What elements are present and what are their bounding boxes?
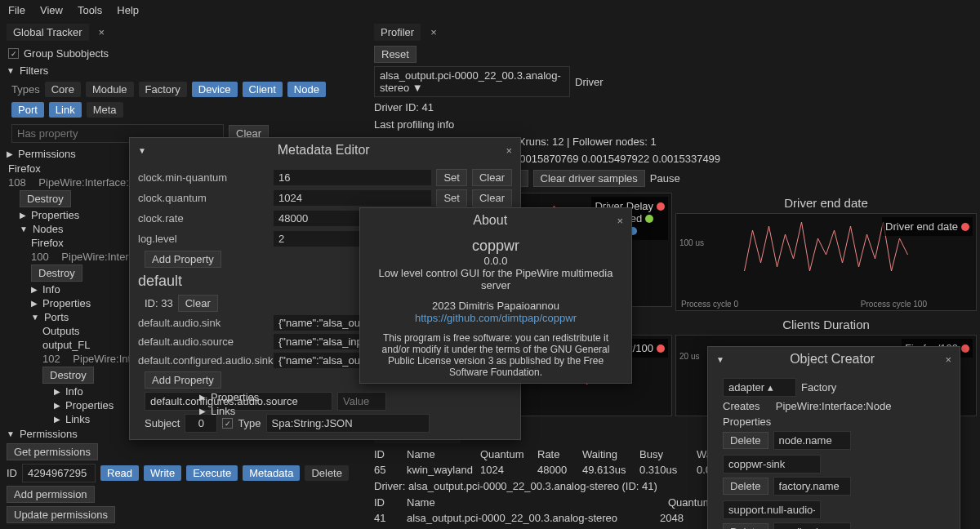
factory-label: Factory [801,381,836,393]
value-input[interactable] [337,392,386,411]
chevron-right-icon[interactable]: ▶ [31,285,38,294]
meta-key: default.audio.sink [138,317,269,329]
chevron-right-icon[interactable]: ▶ [199,407,206,416]
chevron-right-icon[interactable]: ▶ [199,393,206,402]
tree-links[interactable]: Links [65,413,90,425]
tree-output-fl[interactable]: output_FL [42,339,91,351]
perm-read[interactable]: Read [100,465,139,481]
add-property-button[interactable]: Add Property [145,371,221,389]
clear-button[interactable]: Clear [472,169,512,186]
chevron-down-icon[interactable]: ▼ [20,224,28,233]
meta-value[interactable]: 1024 [274,190,431,206]
menu-view[interactable]: View [40,4,63,16]
clear-driver-samples-button[interactable]: Clear driver samples [533,170,645,187]
app-copyright: 2023 Dimitris Papaioannou [368,300,623,312]
tree-properties[interactable]: Properties [31,209,79,221]
prop-value[interactable] [723,500,821,519]
tab-global-tracker[interactable]: Global Tracker [7,24,89,41]
driver-id: Driver ID: 41 [368,99,980,116]
tree-fragment: ▶Properties ▶Links [199,390,259,418]
filter-module[interactable]: Module [86,82,134,97]
perm-write[interactable]: Write [144,465,181,481]
tree-nodes[interactable]: Nodes [33,223,64,235]
add-property-button[interactable]: Add Property [145,251,221,268]
tree-properties[interactable]: Properties [42,297,91,309]
set-button[interactable]: Set [436,169,467,186]
clear-button[interactable]: Clear [178,295,218,312]
add-permission-button[interactable]: Add permission [7,486,95,503]
checkbox-group-subobjects[interactable]: ✓ [8,48,19,59]
filter-device[interactable]: Device [192,82,238,97]
chevron-right-icon[interactable]: ▶ [31,299,38,308]
close-icon[interactable]: × [430,26,437,38]
filter-metadata[interactable]: Meta [87,102,123,118]
perm-execute[interactable]: Execute [186,465,238,481]
app-description: Low level control GUI for the PipeWire m… [368,267,623,291]
reset-button[interactable]: Reset [374,46,416,63]
perm-delete[interactable]: Delete [305,465,349,481]
delete-button[interactable]: Delete [723,478,768,495]
prop-key[interactable] [773,431,851,450]
tree-info[interactable]: Info [65,385,83,398]
destroy-button[interactable]: Destroy [31,264,82,282]
type-input[interactable] [266,414,430,433]
menu-help[interactable]: Help [117,4,139,16]
pause-button[interactable]: Pause [650,172,680,184]
driver-label: Driver [575,76,604,88]
prop-key[interactable] [773,522,851,529]
filter-factory[interactable]: Factory [139,82,187,97]
chevron-right-icon[interactable]: ▶ [54,387,60,396]
close-icon[interactable]: × [945,353,951,366]
get-permissions-button[interactable]: Get permissions [7,443,98,460]
destroy-button[interactable]: Destroy [42,367,94,384]
chevron-down-icon[interactable]: ▼ [7,66,15,75]
default-id: ID: 33 [145,297,173,309]
filter-link[interactable]: Link [49,102,82,118]
github-link[interactable]: https://github.com/dimtpap/coppwr [415,312,577,324]
tree-links[interactable]: Links [211,405,235,417]
clear-button[interactable]: Clear [472,189,512,207]
creates-label: Creates [723,400,760,412]
factory-select[interactable]: adapter ▴ [723,378,796,397]
tree-properties[interactable]: Properties [211,391,259,403]
meta-value[interactable]: 16 [274,170,431,185]
perm-metadata[interactable]: Metadata [243,465,300,481]
delete-button[interactable]: Delete [723,523,768,529]
driver-select[interactable]: alsa_output.pci-0000_22_00.3.analog-ster… [374,66,570,97]
prop-key[interactable] [773,477,851,496]
filter-client[interactable]: Client [243,82,283,97]
chevron-down-icon[interactable]: ▼ [138,146,146,155]
type-label: Type [238,417,261,429]
delete-button[interactable]: Delete [723,432,768,449]
close-icon[interactable]: × [506,144,512,157]
tree-info[interactable]: Info [42,283,60,296]
set-button[interactable]: Set [436,189,467,207]
close-icon[interactable]: × [617,215,623,227]
menu-tools[interactable]: Tools [78,4,102,16]
filter-port[interactable]: Port [11,102,44,118]
chevron-right-icon[interactable]: ▶ [20,211,26,220]
update-permissions-button[interactable]: Update permissions [7,506,115,523]
chevron-right-icon[interactable]: ▶ [54,415,60,424]
tab-profiler[interactable]: Profiler [374,24,421,41]
tree-ports[interactable]: Ports [44,311,69,323]
type-checkbox[interactable]: ✓ [222,418,233,429]
destroy-button[interactable]: Destroy [20,190,71,207]
prop-value[interactable] [723,455,821,473]
chevron-down-icon[interactable]: ▼ [716,355,724,364]
permission-id[interactable]: 4294967295 [22,464,96,482]
chevron-down-icon[interactable]: ▼ [31,313,39,322]
tree-firefox[interactable]: Firefox [8,162,41,175]
chevron-down-icon[interactable]: ▼ [7,429,15,438]
menu-file[interactable]: File [8,4,25,16]
tree-node-firefox[interactable]: Firefox [31,237,64,249]
chevron-right-icon[interactable]: ▶ [54,401,60,410]
license-text: This program is free software: you can r… [368,332,623,378]
chevron-right-icon[interactable]: ▶ [7,149,13,158]
filter-node[interactable]: Node [287,82,326,97]
close-icon[interactable]: × [99,26,105,38]
filter-core[interactable]: Core [45,82,81,97]
firefox-id: 108 [8,176,26,189]
tree-properties[interactable]: Properties [65,399,114,411]
permissions-header: Permissions [18,148,76,160]
